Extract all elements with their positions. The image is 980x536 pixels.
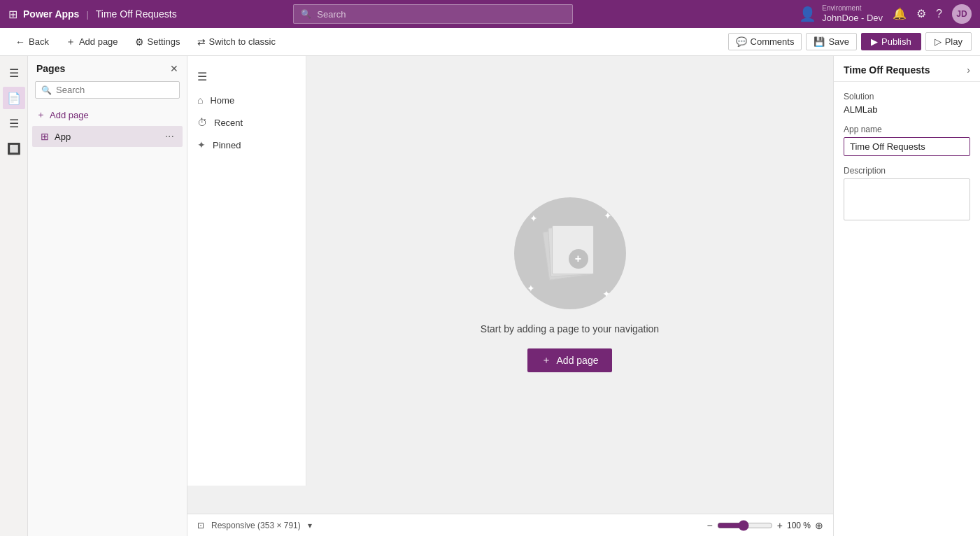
top-search-icon: 🔍 <box>301 9 311 19</box>
switch-classic-button[interactable]: ⇄ Switch to classic <box>190 34 283 50</box>
page-item-label: App <box>55 132 159 142</box>
add-page-label: Add page <box>79 36 118 47</box>
fit-screen-icon[interactable]: ⊕ <box>815 520 823 531</box>
toolbar-right: 💬 Comments 💾 Save ▶ Publish ▷ Play <box>728 32 972 51</box>
publish-button[interactable]: ▶ Publish <box>861 33 921 50</box>
zoom-controls: − + 100 % ⊕ <box>707 520 823 531</box>
add-page-panel-button[interactable]: ＋ Add page <box>28 104 187 125</box>
comments-button[interactable]: 💬 Comments <box>728 33 802 50</box>
pages-search-box[interactable]: 🔍 <box>35 81 180 99</box>
canvas-center-content: ✦ ✦ + ✦ ✦ Start by adding a page to your… <box>306 56 833 514</box>
add-page-center-icon: ＋ <box>541 354 551 367</box>
save-button[interactable]: 💾 Save <box>806 33 857 50</box>
responsive-icon: ⊡ <box>197 521 204 530</box>
nav-preview: ☰ ⌂ Home ⏱ Recent ✦ Pinned <box>187 56 306 486</box>
search-icon: 🔍 <box>41 85 52 95</box>
plus-circle-icon: + <box>569 249 588 269</box>
expand-right-panel-icon[interactable]: › <box>967 64 970 76</box>
play-label: Play <box>945 36 963 47</box>
nav-pinned-label: Pinned <box>213 140 241 150</box>
components-icon[interactable]: 🔲 <box>3 137 25 160</box>
back-label: Back <box>29 36 49 47</box>
environment-text: Environment JohnDoe - Dev <box>822 3 883 24</box>
page-item-more-icon[interactable]: ··· <box>165 130 174 143</box>
add-icon: ＋ <box>66 36 76 48</box>
add-page-center-button[interactable]: ＋ Add page <box>527 348 613 372</box>
publish-label: Publish <box>881 36 911 47</box>
brand-divider: | <box>86 9 88 20</box>
environment-name: JohnDoe - Dev <box>822 13 883 24</box>
recent-icon: ⏱ <box>197 117 207 128</box>
notification-icon[interactable]: 🔔 <box>893 7 907 20</box>
pages-search-input[interactable] <box>56 85 173 95</box>
zoom-value: 100 % <box>787 521 811 530</box>
help-icon[interactable]: ? <box>936 8 942 20</box>
add-page-panel-label: Add page <box>50 110 89 120</box>
avatar[interactable]: JD <box>952 4 972 24</box>
home-icon: ⌂ <box>197 94 203 106</box>
sparkle-bottom-left: ✦ <box>527 283 535 294</box>
close-pages-icon[interactable]: ✕ <box>170 63 178 74</box>
pages-header: Pages ✕ <box>28 56 187 81</box>
settings-gear-icon: ⚙ <box>135 36 144 48</box>
top-search-bar[interactable]: 🔍 <box>293 4 573 24</box>
settings-label: Settings <box>148 36 180 47</box>
add-page-button[interactable]: ＋ Add page <box>59 33 125 51</box>
right-panel-header: Time Off Requests › <box>834 56 980 82</box>
app-name-label: App name <box>844 125 970 134</box>
zoom-in-button[interactable]: + <box>777 520 783 531</box>
save-icon: 💾 <box>814 36 825 47</box>
nav-home-label: Home <box>210 95 234 106</box>
brand-name: Power Apps <box>23 8 79 20</box>
nav-hamburger-icon[interactable]: ☰ <box>187 64 306 89</box>
preview-canvas: ☰ ⌂ Home ⏱ Recent ✦ Pinned ✦ ✦ <box>187 56 833 514</box>
back-icon: ← <box>15 36 25 48</box>
left-icon-bar: ☰ 📄 ☰ 🔲 <box>0 56 28 536</box>
pages-title: Pages <box>36 63 65 74</box>
settings-button[interactable]: ⚙ Settings <box>128 34 187 50</box>
zoom-out-button[interactable]: − <box>707 520 713 531</box>
save-label: Save <box>828 36 849 47</box>
play-button[interactable]: ▷ Play <box>925 32 972 51</box>
zoom-slider[interactable] <box>717 520 773 531</box>
pages-icon[interactable]: 📄 <box>3 87 25 109</box>
main-layout: ☰ 📄 ☰ 🔲 Pages ✕ 🔍 ＋ Add page ⊞ App ··· ☰ <box>0 56 980 536</box>
play-icon: ▷ <box>935 36 942 47</box>
publish-icon: ▶ <box>871 36 878 47</box>
page-item-app[interactable]: ⊞ App ··· <box>32 126 183 147</box>
stack-pages-illustration: + <box>542 225 598 281</box>
right-panel: Time Off Requests › Solution ALMLab App … <box>833 56 980 536</box>
waffle-icon[interactable]: ⊞ <box>8 8 17 21</box>
description-label: Description <box>844 166 970 176</box>
description-textarea[interactable] <box>844 178 970 220</box>
sparkle-bottom-right: ✦ <box>602 288 611 299</box>
environment-icon: 👤 <box>799 6 816 22</box>
app-name-input[interactable] <box>844 137 970 156</box>
environment-label: Environment <box>822 3 883 13</box>
solution-label: Solution <box>844 92 970 101</box>
app-title: Time Off Requests <box>96 8 177 20</box>
data-icon[interactable]: ☰ <box>3 112 25 134</box>
switch-label: Switch to classic <box>209 36 276 47</box>
nav-item-home[interactable]: ⌂ Home <box>187 89 306 111</box>
nav-item-pinned[interactable]: ✦ Pinned <box>187 134 306 156</box>
right-panel-title: Time Off Requests <box>844 64 930 76</box>
back-button[interactable]: ← Back <box>8 34 56 50</box>
pages-panel: Pages ✕ 🔍 ＋ Add page ⊞ App ··· <box>28 56 187 536</box>
nav-item-recent[interactable]: ⏱ Recent <box>187 111 306 134</box>
settings-icon[interactable]: ⚙ <box>916 7 926 20</box>
environment-block: 👤 Environment JohnDoe - Dev <box>799 3 883 24</box>
nav-recent-label: Recent <box>214 118 243 128</box>
add-page-plus-icon: ＋ <box>36 108 45 121</box>
pinned-icon: ✦ <box>197 139 206 150</box>
preview-area: ☰ ⌂ Home ⏱ Recent ✦ Pinned ✦ ✦ <box>187 56 833 536</box>
responsive-label: Responsive (353 × 791) <box>211 521 301 530</box>
top-search-input[interactable] <box>317 9 565 20</box>
top-navigation: ⊞ Power Apps | Time Off Requests 🔍 👤 Env… <box>0 0 980 28</box>
top-nav-right: 👤 Environment JohnDoe - Dev 🔔 ⚙ ? JD <box>799 3 972 24</box>
brand-area: ⊞ Power Apps | Time Off Requests <box>8 8 177 21</box>
comments-label: Comments <box>751 36 795 47</box>
responsive-dropdown-icon[interactable]: ▾ <box>308 521 312 530</box>
add-page-center-label: Add page <box>557 355 599 366</box>
hamburger-menu-icon[interactable]: ☰ <box>3 62 25 84</box>
